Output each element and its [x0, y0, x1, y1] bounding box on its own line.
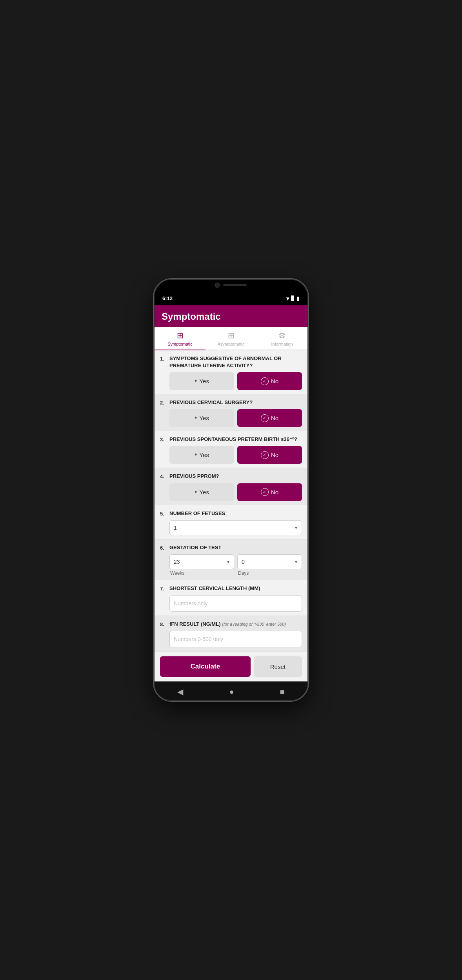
tab-asymptomatic-label: Asymptomatic — [217, 342, 244, 346]
question-5-block: 5. NUMBER OF FETUSES Please select 1 2 3… — [155, 505, 307, 539]
q1-no-button[interactable]: No — [237, 372, 302, 390]
question-4-num: 4. — [160, 474, 169, 479]
camera-dot — [215, 283, 219, 287]
question-2-num: 2. — [160, 400, 169, 406]
question-7-text: SHORTEST CERVICAL LENGTH (MM) — [169, 585, 260, 592]
app-header: Symptomatic — [155, 305, 307, 327]
status-bar: 6:12 — [155, 291, 307, 305]
weeks-label: Weeks — [169, 570, 234, 576]
question-5-num: 5. — [160, 511, 169, 517]
q4-no-button[interactable]: No — [237, 483, 302, 501]
status-time: 6:12 — [162, 295, 173, 301]
question-8-subtext: (for a reading of '>500' enter 500) — [222, 622, 286, 627]
question-8-text: fFN RESULT (NG/ML) (for a reading of '>5… — [169, 621, 286, 628]
wifi-icon — [286, 295, 289, 302]
fetuses-select-wrap: Please select 1 2 3 4 — [169, 520, 302, 535]
ffn-result-input[interactable] — [169, 631, 302, 647]
information-icon: ⚙ — [278, 331, 286, 340]
question-4-block: 4. PREVIOUS PPROM? Yes No — [155, 468, 307, 505]
battery-icon — [296, 295, 300, 302]
question-8-num: 8. — [160, 621, 169, 627]
calculate-button[interactable]: Calculate — [160, 656, 251, 677]
home-button[interactable]: ● — [229, 687, 234, 696]
status-icons — [286, 295, 300, 302]
question-6-block: 6. GESTATION OF TEST 16171819 20212223 2… — [155, 539, 307, 580]
question-6-text: GESTATION OF TEST — [169, 544, 221, 551]
camera-notch — [155, 280, 307, 291]
q1-yes-button[interactable]: Yes — [169, 372, 234, 390]
action-buttons-row: Calculate Reset — [160, 656, 302, 677]
question-6-num: 6. — [160, 545, 169, 551]
q2-yes-button[interactable]: Yes — [169, 409, 234, 427]
tab-symptomatic[interactable]: ⊞ Symptomatic — [155, 327, 206, 350]
tab-information[interactable]: ⚙ Information — [256, 327, 307, 350]
question-1-num: 1. — [160, 356, 169, 362]
cervical-length-input[interactable] — [169, 595, 302, 612]
question-4-text: PREVIOUS PPROM? — [169, 473, 219, 480]
tab-symptomatic-label: Symptomatic — [167, 342, 193, 346]
asymptomatic-icon: ⊞ — [228, 331, 235, 340]
question-3-block: 3. PREVIOUS SPONTANEOUS PRETERM BIRTH ≤3… — [155, 431, 307, 468]
speaker — [223, 284, 247, 286]
signal-icon — [291, 295, 295, 301]
question-3-text: PREVIOUS SPONTANEOUS PRETERM BIRTH ≤36⁺⁶… — [169, 436, 297, 443]
question-7-num: 7. — [160, 586, 169, 592]
question-5-text: NUMBER OF FETUSES — [169, 510, 225, 517]
tab-information-label: Information — [271, 342, 293, 346]
question-1-text: SYMPTOMS SUGGESTIVE OF ABNORMAL OR PREMA… — [169, 355, 302, 369]
question-2-text: PREVIOUS CERVICAL SURGERY? — [169, 399, 253, 406]
app-title: Symptomatic — [162, 311, 221, 322]
q4-yes-button[interactable]: Yes — [169, 483, 234, 501]
back-button[interactable]: ◀ — [177, 687, 183, 696]
tab-bar: ⊞ Symptomatic ⊞ Asymptomatic ⚙ Informati… — [155, 327, 307, 350]
question-2-block: 2. PREVIOUS CERVICAL SURGERY? Yes No — [155, 394, 307, 431]
q3-no-button[interactable]: No — [237, 446, 302, 464]
question-7-block: 7. SHORTEST CERVICAL LENGTH (MM) — [155, 580, 307, 616]
question-8-block: 8. fFN RESULT (NG/ML) (for a reading of … — [155, 616, 307, 652]
days-select[interactable]: 012 3456 — [237, 554, 302, 569]
tab-asymptomatic[interactable]: ⊞ Asymptomatic — [206, 327, 256, 350]
days-label: Days — [237, 570, 302, 576]
navigation-bar: ◀ ● ■ — [155, 681, 307, 700]
days-select-wrap: 012 3456 — [237, 554, 302, 569]
recents-button[interactable]: ■ — [280, 687, 284, 696]
weeks-select[interactable]: 16171819 20212223 24252627 282930 — [169, 554, 234, 569]
content-area: 1. SYMPTOMS SUGGESTIVE OF ABNORMAL OR PR… — [155, 350, 307, 682]
q3-yes-button[interactable]: Yes — [169, 446, 234, 464]
question-3-num: 3. — [160, 437, 169, 443]
fetuses-select[interactable]: Please select 1 2 3 4 — [169, 520, 302, 535]
question-1-block: 1. SYMPTOMS SUGGESTIVE OF ABNORMAL OR PR… — [155, 350, 307, 394]
reset-button[interactable]: Reset — [254, 656, 302, 677]
phone-shell: 6:12 Symptomatic ⊞ Symptomatic ⊞ Asympto… — [155, 280, 307, 701]
q2-no-button[interactable]: No — [237, 409, 302, 427]
symptomatic-icon: ⊞ — [177, 331, 184, 340]
weeks-select-wrap: 16171819 20212223 24252627 282930 — [169, 554, 234, 569]
